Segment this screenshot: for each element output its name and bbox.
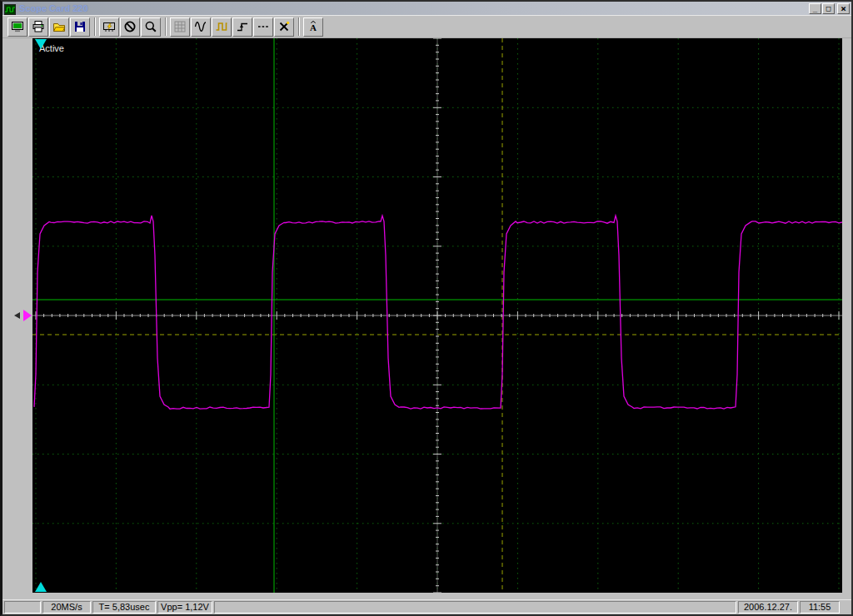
folder-icon bbox=[52, 20, 66, 33]
vpp-status: Vpp= 1,12V bbox=[157, 601, 212, 614]
scope-canvas bbox=[32, 38, 842, 593]
toolbar-separator bbox=[298, 17, 300, 36]
dashes-icon bbox=[257, 20, 270, 33]
x-icon bbox=[277, 20, 291, 33]
status-filler bbox=[214, 601, 736, 614]
window-controls: _□× bbox=[809, 3, 850, 14]
floppy-icon bbox=[73, 20, 87, 33]
zoom-icon bbox=[144, 20, 157, 33]
print-button[interactable] bbox=[28, 17, 48, 37]
trigger-slope-button[interactable] bbox=[232, 17, 252, 37]
save-button[interactable] bbox=[70, 17, 90, 37]
device-icon bbox=[11, 20, 24, 33]
grid-icon bbox=[173, 20, 187, 33]
scope-area: Active bbox=[2, 38, 851, 599]
cursor-marker-bottom[interactable] bbox=[35, 582, 47, 592]
hardware-settings-button[interactable] bbox=[99, 17, 119, 37]
sine-icon bbox=[194, 20, 207, 33]
grid-toggle-button[interactable] bbox=[170, 17, 190, 37]
text-annotation-button[interactable]: A bbox=[303, 17, 323, 37]
close-button[interactable]: × bbox=[837, 3, 850, 14]
time-status: 11:55 bbox=[800, 601, 840, 614]
text-a-icon: A bbox=[307, 20, 320, 33]
status-bar: 20MS/sT= 5,83usecVpp= 1,12V2006.12.27.11… bbox=[2, 599, 851, 614]
scope-display[interactable]: Active bbox=[32, 38, 842, 593]
sample-rate-status: 20MS/s bbox=[42, 601, 91, 614]
close-channel-button[interactable] bbox=[274, 17, 294, 37]
title-bar[interactable]: Scope Card 220 _□× bbox=[2, 2, 851, 15]
svg-text:A: A bbox=[310, 22, 317, 32]
square-icon bbox=[215, 20, 228, 33]
toolbar: A bbox=[2, 15, 851, 38]
date-status: 2006.12.27. bbox=[738, 601, 798, 614]
sine-mode-button[interactable] bbox=[191, 17, 211, 37]
cursor-marker-top[interactable] bbox=[35, 39, 47, 49]
zoom-button[interactable] bbox=[141, 17, 161, 37]
card-icon bbox=[102, 20, 116, 33]
stop-acquisition-button[interactable] bbox=[120, 17, 140, 37]
trigger-level-marker[interactable] bbox=[23, 310, 32, 321]
toolbar-separator bbox=[94, 17, 96, 36]
dashed-line-button[interactable] bbox=[253, 17, 273, 37]
minimize-button[interactable]: _ bbox=[809, 3, 821, 14]
app-window: Scope Card 220 _□× A Active 20MS/sT= 5,8… bbox=[0, 0, 853, 616]
printer-icon bbox=[32, 20, 45, 33]
app-icon bbox=[4, 3, 16, 14]
window-title: Scope Card 220 bbox=[19, 3, 809, 13]
toolbar-separator bbox=[165, 17, 167, 36]
disable-icon bbox=[123, 20, 137, 33]
device-button[interactable] bbox=[7, 17, 27, 37]
square-mode-button[interactable] bbox=[212, 17, 232, 37]
period-status: T= 5,83usec bbox=[92, 601, 156, 614]
offset-marker[interactable] bbox=[14, 312, 20, 319]
maximize-button[interactable]: □ bbox=[822, 3, 835, 14]
open-button[interactable] bbox=[49, 17, 69, 37]
step-icon bbox=[236, 20, 249, 33]
status-spacer bbox=[4, 601, 41, 614]
